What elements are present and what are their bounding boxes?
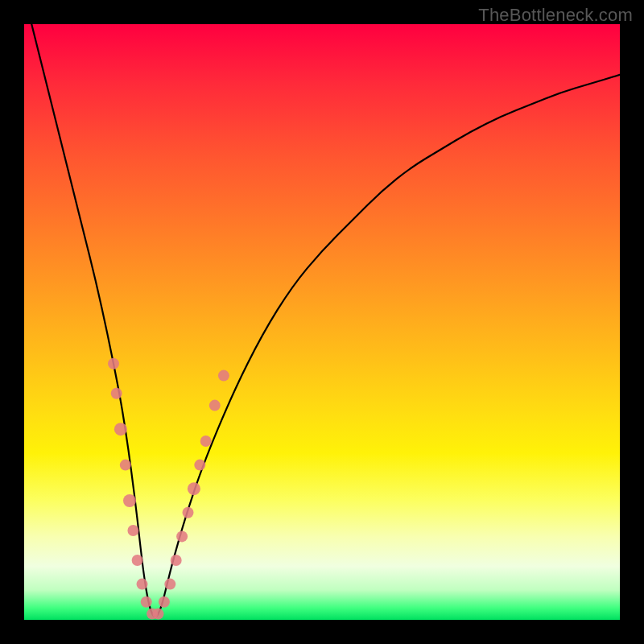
watermark-text: TheBottleneck.com: [478, 5, 633, 26]
marker-point: [183, 507, 194, 518]
marker-point: [200, 436, 212, 447]
marker-point: [176, 530, 188, 542]
marker-point: [137, 579, 148, 590]
marker-point: [188, 482, 200, 495]
marker-point: [127, 525, 138, 536]
marker-point: [111, 388, 122, 399]
marker-point: [153, 609, 164, 620]
marker-point: [108, 358, 119, 369]
marker-point: [120, 460, 131, 471]
marker-point: [141, 597, 152, 608]
marker-point: [123, 494, 136, 507]
chart-svg: [24, 24, 620, 620]
bottleneck-curve: [24, 24, 620, 617]
marker-point: [164, 579, 175, 590]
marker-point: [132, 555, 143, 566]
plot-area: [24, 24, 620, 620]
marker-point: [171, 555, 182, 566]
marker-point: [218, 370, 229, 382]
marker-point: [159, 597, 170, 608]
chart-container: TheBottleneck.com: [0, 0, 644, 644]
marker-point: [194, 460, 205, 471]
marker-point: [209, 400, 221, 411]
marker-point: [114, 423, 127, 436]
highlight-markers: [108, 358, 229, 620]
